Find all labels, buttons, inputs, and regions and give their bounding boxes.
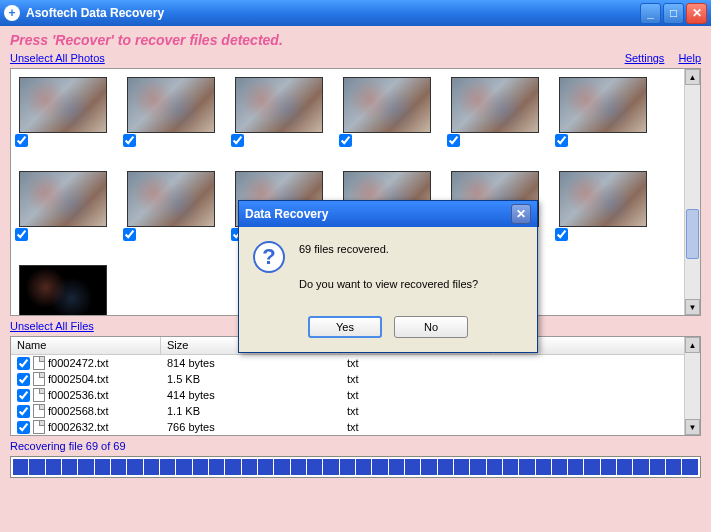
- file-ext: txt: [341, 389, 491, 401]
- progress-segment: [372, 459, 387, 475]
- file-ext: txt: [341, 421, 491, 433]
- file-ext: txt: [341, 357, 491, 369]
- photo-thumbnail: [343, 77, 431, 133]
- dialog-title: Data Recovery: [245, 207, 511, 221]
- progress-segment: [666, 459, 681, 475]
- progress-segment: [405, 459, 420, 475]
- photo-thumbnail: [19, 77, 107, 133]
- progress-segment: [552, 459, 567, 475]
- dialog-buttons: Yes No: [239, 308, 537, 352]
- scroll-up-button[interactable]: ▲: [685, 337, 700, 353]
- photo-scrollbar[interactable]: ▲ ▼: [684, 69, 700, 315]
- file-checkbox[interactable]: [17, 405, 30, 418]
- scroll-thumb[interactable]: [686, 209, 699, 259]
- window-title: Asoftech Data Recovery: [26, 6, 640, 20]
- dialog-message-line1: 69 files recovered.: [299, 241, 478, 259]
- table-row[interactable]: f0002568.txt1.1 KBtxt: [11, 403, 700, 419]
- close-button[interactable]: ✕: [686, 3, 707, 24]
- yes-button[interactable]: Yes: [308, 316, 382, 338]
- photo-checkbox[interactable]: [123, 134, 136, 147]
- progress-segment: [568, 459, 583, 475]
- file-checkbox[interactable]: [17, 357, 30, 370]
- photo-checkbox[interactable]: [447, 134, 460, 147]
- file-name: f0002504.txt: [48, 373, 109, 385]
- photo-item[interactable]: [555, 77, 651, 167]
- app-icon: +: [4, 5, 20, 21]
- photo-item[interactable]: [447, 77, 543, 167]
- photo-item[interactable]: [123, 171, 219, 261]
- photo-item[interactable]: [15, 265, 111, 316]
- progress-segment: [356, 459, 371, 475]
- minimize-button[interactable]: _: [640, 3, 661, 24]
- window-controls: _ □ ✕: [640, 3, 707, 24]
- photo-thumbnail: [19, 265, 107, 316]
- photo-item[interactable]: [15, 171, 111, 261]
- progress-segment: [650, 459, 665, 475]
- photo-item[interactable]: [231, 77, 327, 167]
- photo-checkbox[interactable]: [15, 134, 28, 147]
- progress-segment: [242, 459, 257, 475]
- file-name: f0002568.txt: [48, 405, 109, 417]
- progress-segment: [601, 459, 616, 475]
- table-row[interactable]: f0002632.txt766 bytestxt: [11, 419, 700, 435]
- file-checkbox[interactable]: [17, 373, 30, 386]
- photo-checkbox[interactable]: [123, 228, 136, 241]
- no-button[interactable]: No: [394, 316, 468, 338]
- scroll-down-button[interactable]: ▼: [685, 299, 700, 315]
- file-size: 766 bytes: [161, 421, 341, 433]
- settings-link[interactable]: Settings: [625, 52, 665, 64]
- progress-segment: [617, 459, 632, 475]
- table-row[interactable]: f0002472.txt814 bytestxt: [11, 355, 700, 371]
- photo-item[interactable]: [555, 171, 651, 261]
- file-icon: [33, 420, 45, 434]
- file-icon: [33, 356, 45, 370]
- file-rows: f0002472.txt814 bytestxtf0002504.txt1.5 …: [11, 355, 700, 435]
- file-size: 414 bytes: [161, 389, 341, 401]
- progress-segment: [323, 459, 338, 475]
- question-icon: ?: [253, 241, 285, 273]
- help-link[interactable]: Help: [678, 52, 701, 64]
- dialog-message-line2: Do you want to view recovered files?: [299, 276, 478, 294]
- progress-segment: [209, 459, 224, 475]
- progress-segment: [503, 459, 518, 475]
- file-scrollbar[interactable]: ▲ ▼: [684, 337, 700, 435]
- progress-segment: [682, 459, 697, 475]
- photo-item[interactable]: [123, 77, 219, 167]
- progress-segment: [160, 459, 175, 475]
- scroll-down-button[interactable]: ▼: [685, 419, 700, 435]
- photo-checkbox[interactable]: [555, 134, 568, 147]
- photo-checkbox[interactable]: [231, 134, 244, 147]
- file-checkbox[interactable]: [17, 421, 30, 434]
- file-name: f0002472.txt: [48, 357, 109, 369]
- table-row[interactable]: f0002504.txt1.5 KBtxt: [11, 371, 700, 387]
- unselect-files-link[interactable]: Unselect All Files: [10, 320, 94, 332]
- instruction-text: Press 'Recover' to recover files detecte…: [10, 32, 701, 48]
- file-ext: txt: [341, 373, 491, 385]
- progress-segment: [258, 459, 273, 475]
- progress-segment: [307, 459, 322, 475]
- photo-checkbox[interactable]: [555, 228, 568, 241]
- maximize-button[interactable]: □: [663, 3, 684, 24]
- progress-bar: [10, 456, 701, 478]
- status-text: Recovering file 69 of 69: [10, 440, 701, 452]
- progress-segment: [225, 459, 240, 475]
- photo-thumbnail: [451, 77, 539, 133]
- progress-segment: [438, 459, 453, 475]
- photo-thumbnail: [559, 171, 647, 227]
- file-checkbox[interactable]: [17, 389, 30, 402]
- photo-item[interactable]: [15, 77, 111, 167]
- file-icon: [33, 388, 45, 402]
- photo-checkbox[interactable]: [15, 228, 28, 241]
- photo-checkbox[interactable]: [339, 134, 352, 147]
- table-row[interactable]: f0002536.txt414 bytestxt: [11, 387, 700, 403]
- photo-thumbnail: [127, 171, 215, 227]
- dialog-close-button[interactable]: ✕: [511, 204, 531, 224]
- progress-segment: [29, 459, 44, 475]
- dialog: Data Recovery ✕ ? 69 files recovered. Do…: [238, 200, 538, 353]
- col-header-name[interactable]: Name: [11, 337, 161, 354]
- unselect-photos-link[interactable]: Unselect All Photos: [10, 52, 105, 64]
- progress-segment: [46, 459, 61, 475]
- photo-item[interactable]: [339, 77, 435, 167]
- scroll-up-button[interactable]: ▲: [685, 69, 700, 85]
- file-size: 814 bytes: [161, 357, 341, 369]
